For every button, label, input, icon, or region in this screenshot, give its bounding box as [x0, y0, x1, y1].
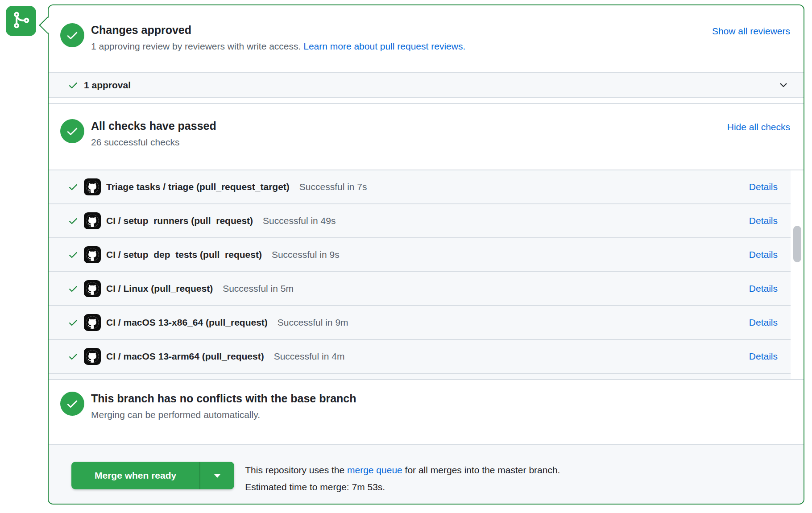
check-icon: [68, 182, 79, 192]
check-status: Successful in 4m: [274, 351, 345, 362]
check-icon: [68, 351, 79, 362]
check-name: CI / macOS 13-arm64 (pull_request): [106, 351, 264, 362]
details-link[interactable]: Details: [749, 351, 778, 362]
git-merge-badge: [6, 6, 36, 36]
check-status: Successful in 9m: [278, 317, 348, 328]
merge-estimate: Estimated time to merge: 7m 53s.: [245, 479, 560, 496]
check-status: Successful in 7s: [299, 182, 367, 192]
merge-info: This repository uses the merge queue for…: [245, 462, 560, 496]
check-row: Triage tasks / triage (pull_request_targ…: [49, 170, 791, 204]
details-link[interactable]: Details: [749, 283, 778, 294]
section-gap: [49, 98, 804, 103]
check-name: CI / setup_runners (pull_request): [106, 215, 253, 226]
details-link[interactable]: Details: [749, 317, 778, 328]
check-row: CI / macOS 13-x86_64 (pull_request) Succ…: [49, 306, 791, 340]
partial-check-row: [49, 374, 791, 379]
git-merge-icon: [12, 11, 30, 31]
check-icon: [68, 249, 79, 260]
check-status: Successful in 49s: [263, 215, 336, 226]
checks-check-circle-icon: [60, 119, 84, 143]
approved-check-circle-icon: [60, 23, 84, 47]
check-row: CI / Linux (pull_request) Successful in …: [49, 272, 791, 306]
github-actions-avatar-icon: [84, 212, 101, 229]
approval-summary-label: 1 approval: [84, 80, 131, 91]
check-row: CI / macOS 13-arm64 (pull_request) Succe…: [49, 340, 791, 374]
github-actions-avatar-icon: [84, 178, 101, 195]
github-actions-avatar-icon: [84, 314, 101, 331]
show-all-reviewers-link[interactable]: Show all reviewers: [712, 25, 790, 37]
check-status: Successful in 9s: [272, 249, 340, 260]
conflicts-subtitle: Merging can be performed automatically.: [91, 409, 356, 421]
caret-down-icon: [214, 474, 221, 478]
merge-button-group: Merge when ready: [71, 462, 234, 489]
approval-summary-row[interactable]: 1 approval: [49, 72, 804, 98]
check-icon: [68, 283, 79, 294]
scrollbar-thumb[interactable]: [793, 226, 801, 262]
conflicts-section: This branch has no conflicts with the ba…: [49, 379, 804, 444]
checks-subtitle: 26 successful checks: [91, 136, 216, 149]
learn-more-link[interactable]: Learn more about pull request reviews.: [303, 41, 465, 51]
checks-section-header: All checks have passed 26 successful che…: [49, 103, 804, 170]
check-name: Triage tasks / triage (pull_request_targ…: [106, 182, 290, 192]
check-row: CI / setup_runners (pull_request) Succes…: [49, 204, 791, 238]
page: Changes approved 1 approving review by r…: [0, 0, 812, 513]
merge-when-ready-button[interactable]: Merge when ready: [71, 462, 199, 489]
details-link[interactable]: Details: [749, 182, 778, 192]
check-name: CI / setup_dep_tests (pull_request): [106, 249, 262, 260]
merge-box: Changes approved 1 approving review by r…: [48, 4, 804, 505]
check-name: CI / Linux (pull_request): [106, 283, 213, 294]
github-actions-avatar-icon: [84, 280, 101, 297]
review-title: Changes approved: [91, 23, 465, 37]
check-row: CI / setup_dep_tests (pull_request) Succ…: [49, 238, 791, 272]
merge-queue-link[interactable]: merge queue: [347, 465, 402, 475]
review-section: Changes approved 1 approving review by r…: [49, 5, 804, 72]
merge-queue-info: This repository uses the merge queue for…: [245, 462, 560, 479]
check-name: CI / macOS 13-x86_64 (pull_request): [106, 317, 268, 328]
conflicts-check-circle-icon: [60, 392, 84, 416]
check-icon: [68, 80, 79, 91]
hide-all-checks-link[interactable]: Hide all checks: [727, 121, 790, 133]
merge-footer: Merge when ready This repository uses th…: [49, 444, 804, 504]
check-status: Successful in 5m: [223, 283, 294, 294]
checks-list: Triage tasks / triage (pull_request_targ…: [49, 170, 804, 379]
conflicts-title: This branch has no conflicts with the ba…: [91, 392, 356, 405]
merge-options-dropdown-button[interactable]: [199, 462, 234, 489]
check-icon: [68, 215, 79, 226]
details-link[interactable]: Details: [749, 249, 778, 260]
details-link[interactable]: Details: [749, 215, 778, 226]
github-actions-avatar-icon: [84, 348, 101, 365]
checks-title: All checks have passed: [91, 119, 216, 132]
check-icon: [68, 317, 79, 328]
review-description: 1 approving review by reviewers with wri…: [91, 40, 465, 53]
chevron-down-icon: [778, 80, 789, 91]
github-actions-avatar-icon: [84, 246, 101, 263]
